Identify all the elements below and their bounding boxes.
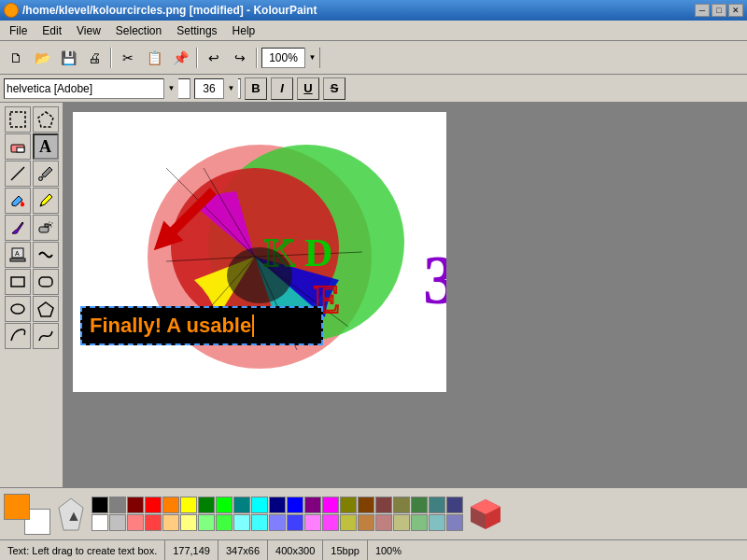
tool-text[interactable]: A [33, 133, 59, 160]
tool-line[interactable] [5, 161, 31, 187]
open-button[interactable]: 📂 [30, 46, 54, 70]
italic-button[interactable]: I [271, 77, 293, 100]
color-cell[interactable] [340, 514, 357, 531]
foreground-color[interactable] [4, 494, 30, 520]
font-size-arrow[interactable]: ▼ [223, 78, 238, 99]
tool-selection-rect[interactable] [5, 106, 31, 133]
color-cell[interactable] [127, 514, 144, 531]
menu-settings[interactable]: Settings [169, 21, 224, 40]
color-cell[interactable] [304, 514, 321, 531]
color-cell[interactable] [216, 497, 233, 513]
zoom-dropdown-arrow[interactable]: ▼ [304, 48, 319, 68]
minimize-button[interactable]: ─ [695, 4, 710, 17]
text-selection-box[interactable]: Finally! A usable [80, 306, 323, 345]
color-cell[interactable] [109, 514, 126, 531]
redo-button[interactable]: ↪ [228, 46, 252, 70]
tool-smear[interactable] [33, 242, 59, 268]
print-button[interactable]: 🖨 [82, 46, 106, 70]
color-cell[interactable] [233, 497, 250, 513]
color-cell[interactable] [92, 497, 108, 513]
color-cell[interactable] [358, 497, 374, 513]
color-cell[interactable] [145, 514, 162, 531]
tool-flood-fill[interactable] [5, 188, 31, 214]
save-button[interactable]: 💾 [56, 46, 80, 70]
copy-button[interactable]: 📋 [142, 46, 166, 70]
color-cell[interactable] [198, 514, 215, 531]
tool-pencil[interactable] [33, 188, 59, 214]
color-cell[interactable] [411, 497, 428, 513]
color-cell[interactable] [233, 514, 250, 531]
color-cell[interactable] [322, 514, 339, 531]
color-cell[interactable] [269, 514, 286, 531]
color-cell[interactable] [92, 514, 108, 531]
svg-rect-3 [17, 147, 24, 152]
tool-eyedropper[interactable] [33, 161, 59, 187]
color-cell[interactable] [322, 497, 339, 513]
svg-text:D: D [304, 231, 332, 274]
color-cell[interactable] [446, 497, 463, 513]
color-cell[interactable] [375, 497, 392, 513]
color-cell[interactable] [393, 497, 410, 513]
color-cell[interactable] [375, 514, 392, 531]
color-cell[interactable] [287, 514, 303, 531]
color-cell[interactable] [269, 497, 286, 513]
font-input[interactable] [5, 82, 163, 95]
color-cell[interactable] [446, 514, 463, 531]
color-cell[interactable] [145, 497, 162, 513]
svg-point-18 [11, 304, 24, 314]
svg-rect-17 [39, 277, 52, 287]
tool-eraser[interactable] [5, 133, 31, 160]
color-cell[interactable] [429, 497, 445, 513]
color-cell[interactable] [216, 514, 233, 531]
tool-bezier[interactable] [5, 323, 31, 349]
color-cell[interactable] [251, 497, 268, 513]
close-button[interactable]: ✕ [728, 4, 743, 17]
color-cell[interactable] [340, 497, 357, 513]
color-cell[interactable] [358, 514, 374, 531]
color-cell[interactable] [180, 497, 197, 513]
cut-button[interactable]: ✂ [116, 46, 140, 70]
color-cell[interactable] [251, 514, 268, 531]
tool-curve[interactable] [33, 323, 59, 349]
tool-stamp[interactable]: A [5, 242, 31, 268]
zoom-input[interactable] [262, 51, 304, 64]
tool-rect[interactable] [5, 269, 31, 295]
strikethrough-button[interactable]: S [323, 77, 345, 100]
color-cell[interactable] [429, 514, 445, 531]
color-cell[interactable] [198, 497, 215, 513]
tool-selection-free[interactable] [33, 106, 59, 133]
canvas[interactable]: K D E 3 Finally! A usable [73, 112, 446, 392]
new-button[interactable]: 🗋 [4, 46, 28, 70]
svg-text:3: 3 [423, 241, 446, 318]
color-cell[interactable] [127, 497, 144, 513]
menu-selection[interactable]: Selection [108, 21, 169, 40]
color-cell[interactable] [304, 497, 321, 513]
svg-rect-14 [10, 259, 25, 261]
color-cell[interactable] [162, 514, 179, 531]
tool-brush[interactable] [5, 215, 31, 241]
paste-button[interactable]: 📌 [168, 46, 192, 70]
font-dropdown-arrow[interactable]: ▼ [163, 78, 178, 99]
status-bar: Text: Left drag to create text box. 177,… [0, 539, 747, 560]
underline-button[interactable]: U [297, 77, 319, 100]
undo-button[interactable]: ↩ [202, 46, 226, 70]
color-cell[interactable] [162, 497, 179, 513]
color-cell[interactable] [411, 514, 428, 531]
font-size-input[interactable] [195, 82, 223, 95]
tool-airbrush[interactable] [33, 215, 59, 241]
tool-polygon[interactable] [33, 296, 59, 322]
menu-view[interactable]: View [69, 21, 108, 40]
color-cell[interactable] [393, 514, 410, 531]
menu-help[interactable]: Help [225, 21, 263, 40]
color-cell[interactable] [287, 497, 303, 513]
maximize-button[interactable]: □ [712, 4, 726, 17]
tool-round-rect[interactable] [33, 269, 59, 295]
menu-file[interactable]: File [2, 21, 35, 40]
window-title: /home/klevel/kolourcircles.png [modified… [22, 4, 317, 17]
bold-button[interactable]: B [245, 77, 267, 100]
menu-edit[interactable]: Edit [35, 21, 69, 40]
color-cell[interactable] [180, 514, 197, 531]
font-size-box: ▼ [194, 78, 241, 99]
tool-ellipse[interactable] [5, 296, 31, 322]
color-cell[interactable] [109, 497, 126, 513]
